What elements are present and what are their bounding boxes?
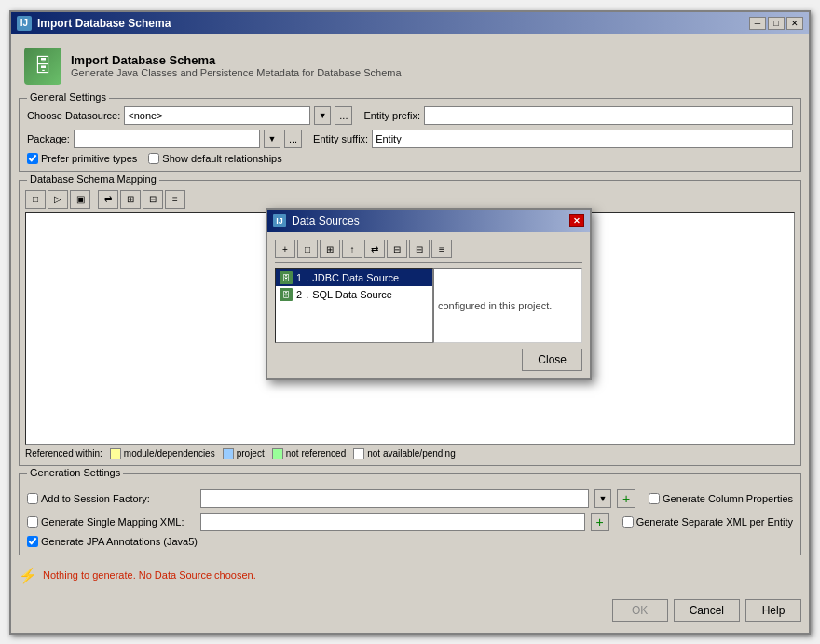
legend-pending: not available/pending — [353, 448, 456, 459]
modal-tb-swap[interactable]: ⇄ — [364, 240, 385, 258]
error-row: ⚡ Nothing to generate. No Data Source ch… — [19, 563, 801, 588]
data-sources-modal: IJ Data Sources ✕ + □ ⊞ ↑ ⇄ ⊟ ⊟ ≡ — [266, 208, 592, 380]
modal-close-btn[interactable]: ✕ — [569, 214, 584, 227]
prefer-primitive-label: Prefer primitive types — [41, 153, 137, 164]
checkbox-row: Prefer primitive types Show default rela… — [27, 153, 793, 164]
schema-btn-2[interactable]: ▷ — [48, 190, 68, 209]
separate-xml-checkbox[interactable] — [622, 516, 634, 528]
modal-tb-up[interactable]: ↑ — [342, 240, 362, 258]
modal-tb-rem2[interactable]: ⊟ — [409, 240, 430, 258]
title-bar: IJ Import Database Schema ─ □ ✕ — [11, 12, 809, 34]
maximize-button[interactable]: □ — [768, 17, 785, 30]
modal-not-configured-text: configured in this project. — [433, 268, 582, 343]
jpa-item: Generate JPA Annotations (Java5) — [27, 536, 198, 547]
single-mapping-check-item: Generate Single Mapping XML: — [27, 516, 195, 528]
error-text: Nothing to generate. No Data Source choo… — [43, 569, 256, 581]
legend-module-label: module/dependencies — [124, 448, 215, 459]
modal-close-area: Close — [275, 349, 582, 371]
db-schema-title: Database Schema Mapping — [27, 173, 159, 185]
jpa-row: Generate JPA Annotations (Java5) — [27, 536, 793, 547]
session-factory-input[interactable] — [200, 489, 589, 508]
datasource-item-1[interactable]: 🗄 1. JDBC Data Source — [276, 269, 432, 286]
modal-close-button[interactable]: Close — [522, 349, 582, 371]
datasource-item-2[interactable]: 🗄 2. SQL Data Source — [276, 286, 432, 303]
package-dropdown-btn[interactable]: ▼ — [264, 130, 280, 148]
schema-btn-5[interactable]: ⊞ — [120, 190, 141, 209]
legend-pending-label: not available/pending — [367, 448, 456, 459]
datasource-item-1-label: JDBC Data Source — [312, 272, 399, 283]
header-section: 🗄 Import Database Schema Generate Java C… — [19, 42, 801, 90]
single-mapping-add-btn[interactable]: + — [591, 513, 609, 531]
show-default-checkbox[interactable] — [148, 153, 159, 164]
cancel-button[interactable]: Cancel — [674, 599, 740, 622]
title-bar-controls: ─ □ ✕ — [749, 17, 803, 30]
close-button[interactable]: ✕ — [786, 17, 803, 30]
session-factory-dropdown[interactable]: ▼ — [594, 489, 611, 508]
legend-not-ref-box — [272, 448, 283, 459]
minimize-button[interactable]: ─ — [749, 17, 766, 30]
datasource-dropdown-btn[interactable]: ▼ — [314, 106, 331, 125]
datasource-item-1-icon: 🗄 — [280, 271, 293, 284]
separate-xml-item: Generate Separate XML per Entity — [622, 516, 793, 528]
ok-button[interactable]: OK — [612, 599, 668, 622]
dialog-subtitle: Generate Java Classes and Persistence Me… — [71, 67, 402, 78]
datasource-browse-btn[interactable]: ... — [335, 106, 352, 125]
session-factory-checkbox[interactable] — [27, 493, 38, 504]
modal-title-left: IJ Data Sources — [273, 214, 360, 227]
legend-project-label: project — [237, 448, 265, 459]
schema-btn-1[interactable]: □ — [25, 190, 46, 209]
session-factory-label: Add to Session Factory: — [41, 493, 150, 504]
modal-tb-menu[interactable]: ≡ — [431, 240, 452, 258]
general-settings-group: General Settings Choose Datasource: ▼ ..… — [19, 98, 801, 172]
schema-btn-3[interactable]: ▣ — [70, 190, 90, 209]
header-icon: 🗄 — [24, 48, 62, 85]
datasource-item-2-id: 2 — [296, 289, 302, 300]
schema-btn-4[interactable]: ⇄ — [98, 190, 118, 209]
modal-tb-copy[interactable]: □ — [297, 240, 318, 258]
jpa-checkbox[interactable] — [27, 536, 38, 547]
legend-pending-box — [353, 448, 364, 459]
modal-body: + □ ⊞ ↑ ⇄ ⊟ ⊟ ≡ 🗄 1. JDBC Data Source 🗄 — [267, 232, 590, 378]
package-browse-btn[interactable]: ... — [284, 130, 302, 148]
session-factory-row: Add to Session Factory: ▼ + Generate Col… — [27, 489, 793, 508]
schema-btn-sep — [92, 190, 96, 209]
legend-project: project — [223, 448, 265, 459]
entity-prefix-label: Entity prefix: — [363, 110, 420, 121]
entity-suffix-input[interactable] — [372, 130, 793, 148]
error-icon: ⚡ — [19, 567, 37, 584]
bottom-buttons: OK Cancel Help — [19, 596, 801, 625]
schema-btn-6[interactable]: ⊟ — [143, 190, 163, 209]
datasource-item-1-id: 1 — [296, 272, 302, 283]
single-mapping-row: Generate Single Mapping XML: + Generate … — [27, 513, 793, 531]
session-factory-add-btn[interactable]: + — [617, 489, 636, 508]
header-text: Import Database Schema Generate Java Cla… — [71, 53, 402, 78]
modal-tb-new[interactable]: ⊞ — [320, 240, 340, 258]
legend-module-box — [110, 448, 121, 459]
legend-row: Referenced within: module/dependencies p… — [25, 448, 795, 459]
entity-prefix-input[interactable] — [424, 106, 793, 125]
legend-prefix: Referenced within: — [25, 448, 102, 459]
modal-tb-add[interactable]: + — [275, 240, 295, 258]
prefer-primitive-item: Prefer primitive types — [27, 153, 137, 164]
session-factory-check-item: Add to Session Factory: — [27, 493, 195, 504]
prefer-primitive-checkbox[interactable] — [27, 153, 38, 164]
modal-tb-rem1[interactable]: ⊟ — [387, 240, 407, 258]
modal-list-row: 🗄 1. JDBC Data Source 🗄 2. SQL Data Sour… — [275, 268, 582, 343]
modal-title-bar: IJ Data Sources ✕ — [267, 210, 590, 232]
datasource-input[interactable] — [124, 106, 310, 125]
package-label: Package: — [27, 133, 70, 144]
package-row: Package: ▼ ... Entity suffix: — [27, 130, 793, 148]
package-input[interactable] — [74, 130, 260, 148]
schema-btn-7[interactable]: ≡ — [165, 190, 185, 209]
show-default-label: Show default relationships — [162, 153, 281, 164]
legend-not-ref: not referenced — [272, 448, 347, 459]
help-button[interactable]: Help — [745, 599, 801, 622]
generation-section: Generation Settings Add to Session Facto… — [19, 473, 801, 555]
generate-column-checkbox[interactable] — [649, 493, 660, 504]
legend-project-box — [223, 448, 234, 459]
single-mapping-checkbox[interactable] — [27, 516, 38, 528]
single-mapping-input[interactable] — [200, 513, 585, 531]
datasource-label: Choose Datasource: — [27, 110, 120, 121]
entity-suffix-label: Entity suffix: — [313, 133, 368, 144]
separate-xml-label: Generate Separate XML per Entity — [636, 516, 793, 528]
